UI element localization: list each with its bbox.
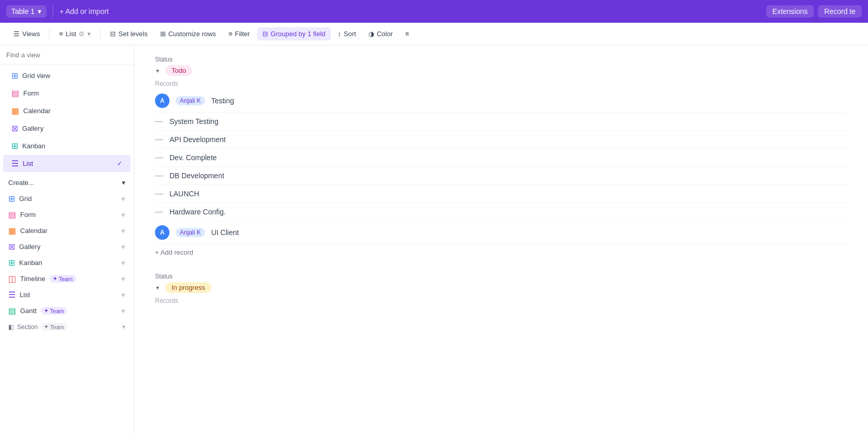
create-item-label: Timeline [20,275,45,283]
plus-icon[interactable]: + [121,259,126,267]
section-text: Section [17,323,38,331]
chevron-down-icon: ▾ [87,30,91,38]
filter-button[interactable]: ≡ Filter [223,27,255,40]
toolbar: ☰ Views ≡ List ⚙ ▾ ⊟ Set levels ⊞ Custom… [0,23,868,45]
record-row[interactable]: — API Development [155,131,847,149]
filter-icon: ≡ [228,30,233,38]
plus-icon[interactable]: + [121,211,126,219]
customize-rows-button[interactable]: ⊞ Customize rows [155,27,221,40]
plus-icon[interactable]: + [121,307,126,315]
record-row[interactable]: — System Testing [155,113,847,131]
create-item-label: Form [20,211,36,219]
status-label-inprogress: Status [155,273,847,280]
create-item-label: Calendar [20,227,48,235]
create-timeline[interactable]: ◫ Timeline ✦Team + [0,271,134,287]
collapse-inprogress-button[interactable]: ▾ [155,283,160,292]
team-badge-timeline: ✦Team [50,275,76,283]
section-label: ◧ Section ✦ Team + [0,319,134,332]
color-button[interactable]: ◑ Color [363,27,398,40]
create-item-label: Gantt [20,307,37,315]
sidebar-item-form[interactable]: ▤ Form [3,85,131,102]
record-row[interactable]: — LAUNCH [155,185,847,203]
grouped-icon: ⊟ [262,30,268,38]
create-calendar[interactable]: ▦ Calendar + [0,223,134,239]
sidebar-item-kanban[interactable]: ⊞ Kanban [3,137,131,154]
set-levels-button[interactable]: ⊟ Set levels [105,27,152,40]
extensions-button[interactable]: Extensions [766,5,814,18]
top-bar: Table 1 ▾ + Add or import Extensions Rec… [0,0,868,23]
record-row[interactable]: — DB Development [155,167,847,185]
create-item-label: Grid [19,195,32,203]
create-gantt[interactable]: ▤ Gantt ✦Team + [0,303,134,319]
create-item-label: List [20,291,30,299]
avatar: A [155,94,169,108]
density-button[interactable]: ≡ [400,27,414,40]
create-form[interactable]: ▤ Form + [0,207,134,223]
timeline-icon: ◫ [8,274,16,284]
create-gallery[interactable]: ⊠ Gallery + [0,239,134,255]
record-row[interactable]: A Anjali K UI Client [155,221,847,244]
create-item-label: Kanban [19,259,42,267]
record-name: Testing [211,97,234,105]
team-badge-gantt: ✦Team [41,307,67,315]
create-grid[interactable]: ⊞ Grid + [0,191,134,207]
sidebar: ⊞ Grid view ▤ Form ▦ Calendar ⊠ Gallery … [0,45,134,434]
form-icon: ▤ [11,88,19,98]
views-icon: ☰ [13,30,20,38]
grouped-button[interactable]: ⊟ Grouped by 1 field [257,27,331,40]
record-row[interactable]: — Hardware Config. [155,203,847,221]
sidebar-item-label: Calendar [23,107,51,115]
color-icon: ◑ [368,30,374,38]
sidebar-item-label: Kanban [22,142,45,150]
kanban-icon: ⊞ [11,141,18,151]
add-record-button-todo[interactable]: + Add record [155,244,193,260]
create-kanban[interactable]: ⊞ Kanban + [0,255,134,271]
record-row[interactable]: A Anjali K Testing [155,89,847,113]
plus-icon[interactable]: + [121,243,126,251]
plus-icon[interactable]: + [121,275,126,283]
sort-button[interactable]: ↕ Sort [333,27,361,40]
gallery-icon: ⊠ [11,123,18,133]
plus-icon[interactable]: + [121,195,126,203]
dash-icon: — [155,189,163,198]
collapse-todo-button[interactable]: ▾ [155,66,160,75]
list-view-button[interactable]: ≡ List ⚙ ▾ [54,27,96,40]
sort-icon: ↕ [338,30,342,38]
record-row[interactable]: — Dev. Complete [155,149,847,167]
team-badge-icon: ✦ [44,307,49,314]
dash-icon: — [155,207,163,216]
top-bar-right: Extensions Record te [766,5,862,18]
sidebar-item-grid-view[interactable]: ⊞ Grid view [3,67,131,84]
create-list[interactable]: ☰ List + [0,287,134,303]
views-label: Views [22,30,40,38]
gantt-icon: ▤ [8,306,16,316]
chevron-down-icon: ▾ [122,179,126,187]
search-input[interactable] [6,51,128,59]
record-name: LAUNCH [169,190,199,198]
sort-label: Sort [344,30,356,38]
group-header-inprogress: ▾ In progress [155,282,847,293]
color-label: Color [377,30,393,38]
group-inprogress: Status ▾ In progress Records [155,273,847,304]
toolbar-divider-2 [100,29,101,39]
sidebar-item-calendar[interactable]: ▦ Calendar [3,102,131,119]
sidebar-item-gallery[interactable]: ⊠ Gallery [3,120,131,137]
plus-icon[interactable]: + [122,323,126,331]
table-name-button[interactable]: Table 1 ▾ [6,5,47,18]
plus-icon[interactable]: + [121,227,126,235]
add-import-label: + Add or import [59,7,109,16]
plus-icon[interactable]: + [121,291,126,299]
list-view-label: List [66,30,76,38]
record-te-button[interactable]: Record te [818,5,862,18]
status-badge-todo: Todo [165,65,192,76]
views-button[interactable]: ☰ Views [8,27,45,40]
grid-icon: ⊞ [8,194,15,204]
add-import-button[interactable]: + Add or import [59,7,109,16]
set-levels-label: Set levels [118,30,147,38]
create-section[interactable]: Create... ▾ [0,175,134,191]
section-team-badge: ✦ Team [41,323,67,331]
top-bar-divider [53,5,53,18]
sidebar-item-list[interactable]: ☰ List ✓ [3,155,131,172]
grouped-label: Grouped by 1 field [271,30,326,38]
list-icon: ☰ [8,290,16,300]
